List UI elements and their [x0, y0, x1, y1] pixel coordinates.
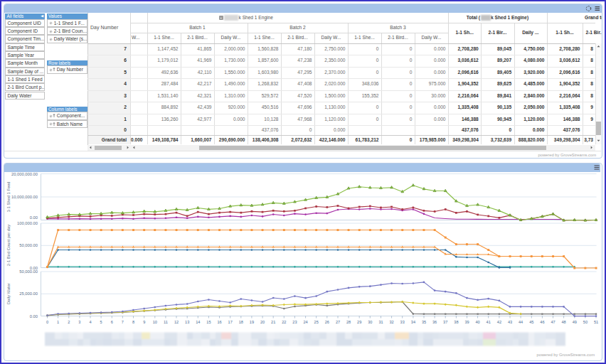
- svg-text:47: 47: [551, 320, 555, 324]
- svg-text:43: 43: [508, 320, 512, 324]
- svg-text:0.00: 0.00: [30, 314, 38, 318]
- svg-text:50,000.00: 50,000.00: [19, 243, 38, 247]
- svg-text:6: 6: [111, 320, 113, 324]
- svg-text:10: 10: [153, 320, 157, 324]
- svg-text:41: 41: [487, 320, 491, 324]
- svg-text:22: 22: [282, 320, 286, 324]
- svg-text:3: 3: [78, 320, 80, 324]
- svg-text:38: 38: [454, 320, 458, 324]
- svg-text:2-1 Bird Count per day: 2-1 Bird Count per day: [6, 225, 11, 266]
- svg-text:1-1 Shed 1 Feed: 1-1 Shed 1 Feed: [6, 181, 11, 212]
- svg-text:0.00: 0.00: [30, 215, 38, 220]
- svg-text:8: 8: [132, 320, 134, 324]
- svg-text:32: 32: [389, 320, 393, 324]
- svg-text:26: 26: [325, 320, 329, 324]
- svg-text:2: 2: [68, 320, 70, 324]
- svg-text:10,000,000.00: 10,000,000.00: [11, 195, 38, 199]
- svg-text:42: 42: [497, 320, 501, 324]
- svg-text:0: 0: [46, 320, 48, 324]
- svg-text:50: 50: [583, 320, 588, 324]
- svg-text:25: 25: [314, 320, 319, 324]
- svg-text:40: 40: [475, 320, 479, 324]
- svg-text:13: 13: [185, 320, 189, 324]
- svg-text:11: 11: [164, 320, 168, 324]
- svg-text:33: 33: [400, 320, 405, 324]
- svg-text:44: 44: [519, 320, 523, 324]
- svg-text:34: 34: [411, 320, 415, 324]
- svg-text:30: 30: [368, 320, 372, 324]
- svg-text:15: 15: [206, 320, 211, 324]
- svg-text:36: 36: [432, 320, 437, 324]
- svg-text:100,000.00: 100,000.00: [17, 221, 38, 225]
- svg-text:Daily Water: Daily Water: [6, 283, 11, 304]
- svg-text:28: 28: [346, 320, 351, 324]
- svg-text:14: 14: [196, 320, 200, 324]
- svg-text:50,000.00: 50,000.00: [19, 269, 38, 274]
- svg-text:51: 51: [594, 320, 598, 324]
- svg-text:21: 21: [271, 320, 275, 324]
- svg-text:37: 37: [443, 320, 447, 324]
- svg-text:35: 35: [422, 320, 426, 324]
- svg-text:49: 49: [573, 320, 577, 324]
- svg-text:27: 27: [336, 320, 340, 324]
- svg-text:12: 12: [174, 320, 179, 324]
- svg-text:46: 46: [540, 320, 544, 324]
- svg-text:16: 16: [217, 320, 221, 324]
- svg-text:23: 23: [292, 320, 297, 324]
- svg-text:29: 29: [357, 320, 361, 324]
- svg-text:9: 9: [143, 320, 145, 324]
- svg-text:48: 48: [561, 320, 565, 324]
- svg-text:24: 24: [303, 320, 307, 324]
- svg-text:18: 18: [239, 320, 243, 324]
- svg-text:20: 20: [260, 320, 265, 324]
- svg-text:39: 39: [464, 320, 469, 324]
- svg-text:19: 19: [250, 320, 254, 324]
- svg-text:31: 31: [378, 320, 383, 324]
- svg-text:45: 45: [529, 320, 533, 324]
- svg-text:25,000.00: 25,000.00: [19, 291, 38, 296]
- svg-text:17: 17: [228, 320, 233, 324]
- svg-text:4: 4: [89, 320, 91, 324]
- svg-text:20,000,000.00: 20,000,000.00: [11, 172, 38, 176]
- svg-text:5: 5: [100, 320, 102, 324]
- svg-text:1: 1: [57, 320, 59, 324]
- svg-text:7: 7: [122, 320, 124, 324]
